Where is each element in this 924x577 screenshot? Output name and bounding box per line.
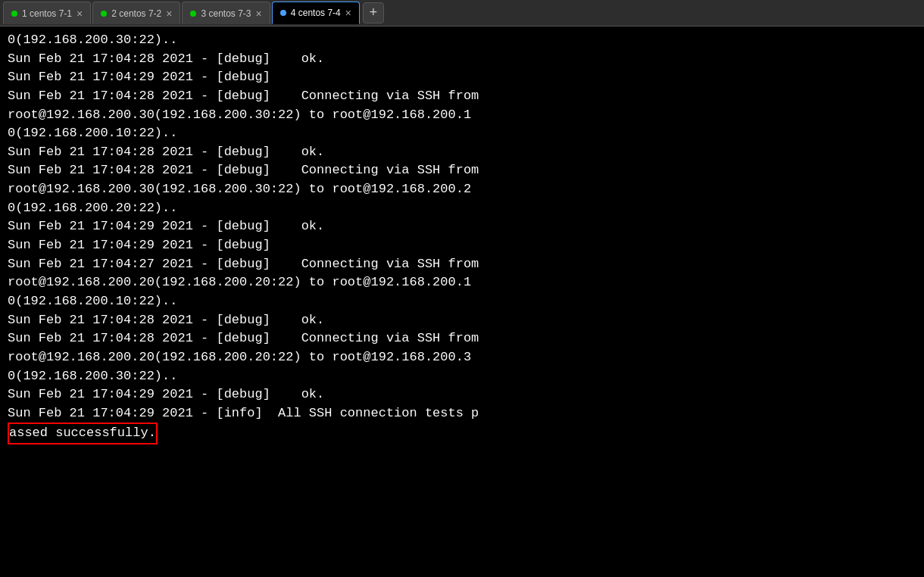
terminal: 0(192.168.200.30:22)..Sun Feb 21 17:04:2…: [0, 27, 924, 577]
terminal-line: 0(192.168.200.30:22)..: [8, 367, 916, 386]
terminal-line: Sun Feb 21 17:04:29 2021 - [debug]: [8, 236, 916, 255]
tab-dot-4: [280, 10, 286, 16]
tab-close-3[interactable]: ×: [256, 8, 262, 19]
terminal-line: 0(192.168.200.10:22)..: [8, 292, 916, 311]
terminal-line: Sun Feb 21 17:04:29 2021 - [info] All SS…: [8, 404, 916, 423]
terminal-line: Sun Feb 21 17:04:28 2021 - [debug] Conne…: [8, 161, 916, 180]
tab-dot-2: [101, 11, 107, 17]
terminal-line: Sun Feb 21 17:04:28 2021 - [debug] ok.: [8, 143, 916, 162]
terminal-line: Sun Feb 21 17:04:28 2021 - [debug] ok.: [8, 50, 916, 69]
tab-centos71[interactable]: 1 centos 7-1 ×: [3, 2, 91, 24]
tab-centos74[interactable]: 4 centos 7-4 ×: [272, 2, 360, 24]
terminal-line: 0(192.168.200.30:22)..: [8, 31, 916, 50]
tab-close-2[interactable]: ×: [166, 8, 172, 19]
tab-label-3: 3 centos 7-3: [201, 8, 251, 19]
terminal-line: Sun Feb 21 17:04:29 2021 - [debug] ok.: [8, 385, 916, 404]
terminal-line: root@192.168.200.20(192.168.200.20:22) t…: [8, 273, 916, 292]
tab-centos73[interactable]: 3 centos 7-3 ×: [182, 2, 270, 24]
add-tab-button[interactable]: +: [363, 2, 384, 23]
terminal-line: 0(192.168.200.10:22)..: [8, 124, 916, 143]
terminal-line: Sun Feb 21 17:04:28 2021 - [debug] Conne…: [8, 87, 916, 106]
terminal-line: 0(192.168.200.20:22)..: [8, 199, 916, 218]
tab-centos72[interactable]: 2 centos 7-2 ×: [92, 2, 180, 24]
terminal-last-line: assed successfully.: [8, 423, 916, 444]
terminal-line: Sun Feb 21 17:04:29 2021 - [debug]: [8, 68, 916, 87]
terminal-line: root@192.168.200.30(192.168.200.30:22) t…: [8, 106, 916, 125]
terminal-line: Sun Feb 21 17:04:28 2021 - [debug] ok.: [8, 311, 916, 330]
tab-label-1: 1 centos 7-1: [22, 8, 72, 19]
tab-dot-1: [11, 11, 17, 17]
tab-label-4: 4 centos 7-4: [291, 8, 341, 18]
terminal-line: Sun Feb 21 17:04:27 2021 - [debug] Conne…: [8, 255, 916, 274]
tab-label-2: 2 centos 7-2: [111, 8, 161, 19]
tab-close-1[interactable]: ×: [76, 8, 83, 19]
highlighted-text: assed successfully.: [8, 423, 158, 444]
tab-bar: 1 centos 7-1 × 2 centos 7-2 × 3 centos 7…: [0, 0, 924, 27]
terminal-line: Sun Feb 21 17:04:28 2021 - [debug] Conne…: [8, 329, 916, 348]
tab-dot-3: [190, 11, 196, 17]
terminal-line: root@192.168.200.30(192.168.200.30:22) t…: [8, 180, 916, 199]
terminal-line: root@192.168.200.20(192.168.200.20:22) t…: [8, 348, 916, 367]
terminal-line: Sun Feb 21 17:04:29 2021 - [debug] ok.: [8, 217, 916, 236]
tab-close-4[interactable]: ×: [345, 8, 351, 18]
